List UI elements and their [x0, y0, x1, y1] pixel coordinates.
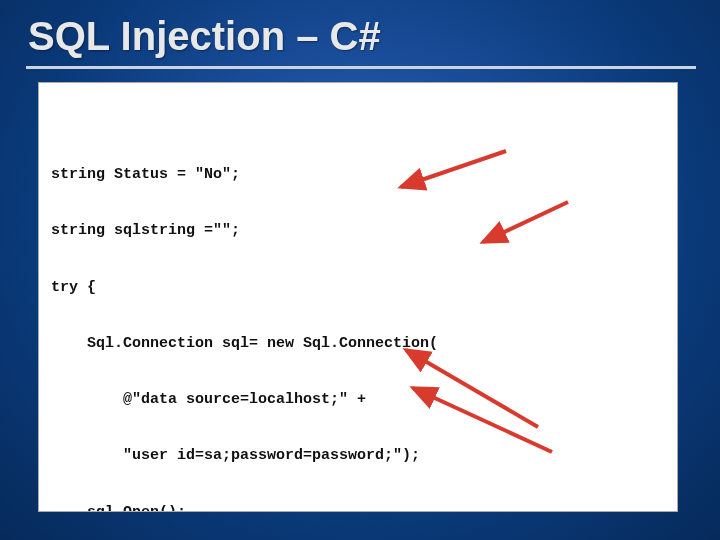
code-line: "user id=sa;password=password;");: [51, 447, 665, 466]
code-line: try {: [51, 279, 665, 298]
slide-title: SQL Injection – C#: [28, 14, 381, 59]
code-lines: string Status = "No"; string sqlstring =…: [51, 129, 665, 513]
slide: SQL Injection – C# string Status = "No";…: [0, 0, 720, 540]
title-underline: [26, 66, 696, 69]
code-line: sql.Open();: [51, 504, 665, 513]
code-line: string sqlstring ="";: [51, 222, 665, 241]
code-box: string Status = "No"; string sqlstring =…: [38, 82, 678, 512]
code-line: @"data source=localhost;" +: [51, 391, 665, 410]
code-line: Sql.Connection sql= new Sql.Connection(: [51, 335, 665, 354]
code-line: string Status = "No";: [51, 166, 665, 185]
